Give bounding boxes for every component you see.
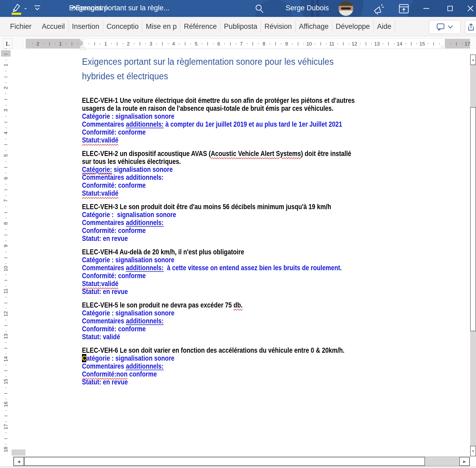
chevron-down-icon xyxy=(448,25,453,29)
doc-line: ELEC-VEH-5 le son produit ne devra pas e… xyxy=(82,301,399,309)
title-dropdown-icon[interactable]: ▾ xyxy=(73,4,75,10)
ruler-number: 8 xyxy=(263,41,266,47)
ruler-number: 12 xyxy=(3,309,9,319)
document-page[interactable]: Exigences portant sur la règlementation … xyxy=(82,54,468,392)
tab-aide[interactable]: Aide xyxy=(374,20,395,33)
text-segment: Catégorie : signalisation sonore xyxy=(82,309,175,317)
ruler-tick xyxy=(326,43,327,44)
ruler-tick xyxy=(253,42,253,45)
requirement-block: ELEC-VEH-2 un dispositif acoustique AVAS… xyxy=(82,150,468,197)
text-segment: Commentaires xyxy=(82,120,126,128)
ruler-tick xyxy=(89,43,89,44)
customize-qat-icon[interactable] xyxy=(33,3,41,13)
tab-conceptio[interactable]: Conceptio xyxy=(103,20,143,33)
ruler-tick xyxy=(168,43,168,44)
ruler-tick xyxy=(383,43,383,44)
ruler-tick xyxy=(304,43,304,44)
ruler-tick xyxy=(6,229,6,230)
ruler-tick xyxy=(6,365,6,365)
vertical-scrollbar-thumb[interactable] xyxy=(470,107,476,331)
text-segment: Statut:validé xyxy=(82,279,118,288)
search-icon[interactable] xyxy=(254,4,264,14)
tab-mise-en-p[interactable]: Mise en p xyxy=(142,20,180,33)
ruler-number: 10 xyxy=(3,264,9,273)
text-segment: Conformité:non xyxy=(82,370,127,378)
text-segment: à cette vitesse on entend assez bien les… xyxy=(164,264,342,272)
doc-line: ELEC-VEH-1 Une voiture électrique doit é… xyxy=(82,97,399,104)
ruler-tick xyxy=(433,42,434,45)
ruler-tick xyxy=(72,42,72,45)
ruler-tick xyxy=(462,43,462,44)
ruler-tick xyxy=(6,263,6,264)
ribbon-display-options-icon[interactable] xyxy=(398,3,409,14)
vertical-ruler: 123456789101112131415161718 xyxy=(1,50,11,459)
text-cursor-highlight: C xyxy=(82,354,86,362)
doc-line: Catégorie : signalisation sonore xyxy=(82,309,399,317)
minimize-button[interactable] xyxy=(419,2,433,15)
tab-insertion[interactable]: Insertion xyxy=(68,20,103,33)
ruler-tick xyxy=(6,48,6,49)
user-name[interactable]: Serge Dubois xyxy=(286,4,329,12)
tab-fichier[interactable]: Fichier xyxy=(6,20,38,33)
tab-publiposta[interactable]: Publiposta xyxy=(221,20,261,33)
comments-button[interactable] xyxy=(429,20,461,34)
vertical-scrollbar[interactable]: ▲ ▼ xyxy=(470,54,476,456)
text-segment: Statut: en revue xyxy=(82,287,128,296)
tab-affichage[interactable]: Affichage xyxy=(296,20,332,33)
tab-r-vision[interactable]: Révision xyxy=(261,20,296,33)
text-segment: ELEC-VEH-5 le son produit ne devra pas e… xyxy=(82,301,234,309)
text-segment: Catégorie : signalisation sonore xyxy=(82,112,175,120)
text-segment: Commentaires xyxy=(82,218,126,227)
ruler-number: 12 xyxy=(351,41,357,47)
highlighter-icon[interactable] xyxy=(10,2,23,15)
ruler-tick xyxy=(4,212,7,213)
text-segment: additionnels: xyxy=(126,120,164,128)
ruler-tick xyxy=(213,43,214,44)
horizontal-scrollbar-thumb[interactable] xyxy=(24,457,425,466)
text-segment: Commentaires xyxy=(82,362,126,370)
comment-icon xyxy=(437,23,445,31)
requirement-block: ELEC-VEH-3 Le son produit doit être d'au… xyxy=(82,203,468,242)
ruler-number: 4 xyxy=(172,41,175,47)
horizontal-scrollbar[interactable]: ◀ ▶ xyxy=(13,457,470,466)
ruler-tick xyxy=(298,42,298,45)
ruler-tick xyxy=(428,43,428,44)
tab-d-veloppe[interactable]: Développe xyxy=(332,20,374,33)
doc-line: sur tous les véhicules électriques. xyxy=(82,158,399,166)
doc-line: ELEC-VEH-6 Le son doit varier en fonctio… xyxy=(82,346,399,354)
ruler-number: 1 xyxy=(59,41,62,47)
ruler-number: 5 xyxy=(3,151,9,160)
ruler-tick xyxy=(6,218,6,218)
text-segment: Conformité: conforme xyxy=(82,325,146,333)
scroll-up-arrow[interactable]: ▲ xyxy=(470,54,476,65)
ruler-tick xyxy=(337,43,338,44)
ruler-strip: L 2112345678910111213141517 xyxy=(0,36,476,50)
ruler-tick xyxy=(6,410,6,411)
text-segment: db. xyxy=(234,301,242,309)
tab-stop-selector[interactable]: L xyxy=(3,39,12,49)
requirement-block: ELEC-VEH-6 Le son doit varier en fonctio… xyxy=(82,346,468,386)
vertical-ruler-margin xyxy=(1,50,11,57)
close-button[interactable] xyxy=(465,2,476,15)
scroll-right-arrow[interactable]: ▶ xyxy=(459,457,470,466)
ruler-tick xyxy=(4,325,7,326)
doc-line: Commentaires additionnels: à cette vites… xyxy=(82,264,399,272)
ruler-tick xyxy=(6,320,6,320)
text-segment: Catégorie : signalisation sonore xyxy=(82,256,175,264)
share-button[interactable] xyxy=(465,20,476,34)
ruler-number: 14 xyxy=(397,41,402,47)
maximize-button[interactable] xyxy=(443,2,457,15)
text-segment: ELEC-VEH-2 un dispositif acoustique AVAS… xyxy=(82,149,211,158)
scroll-left-arrow[interactable]: ◀ xyxy=(13,457,24,466)
title-bar: ⌄ Exigences portant sur la règle... • En… xyxy=(0,0,476,17)
ruler-tick xyxy=(343,42,344,45)
ruler-tick xyxy=(6,286,6,286)
tab-r-f-rence[interactable]: Référence xyxy=(180,20,221,33)
scroll-down-arrow[interactable]: ▼ xyxy=(470,446,476,456)
megaphone-icon[interactable] xyxy=(372,3,385,15)
left-indent-marker[interactable] xyxy=(80,48,85,50)
ruler-tick xyxy=(111,43,112,44)
highlighter-dropdown-icon[interactable]: ⌄ xyxy=(23,4,28,11)
user-avatar[interactable] xyxy=(338,1,353,16)
tab-accueil[interactable]: Accueil xyxy=(38,20,68,33)
